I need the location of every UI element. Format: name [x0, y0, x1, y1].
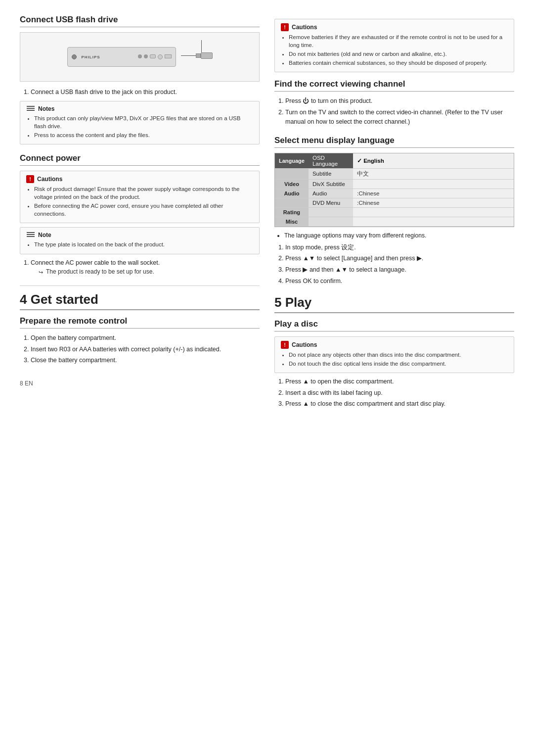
top-caution-2: Do not mix batteries (old and new or car… — [289, 50, 508, 58]
device-brand: PHILIPS — [82, 55, 100, 59]
play-disc-cautions-header: ! Cautions — [281, 341, 508, 349]
device-screen — [150, 54, 156, 58]
play-disc-title: Play a disc — [274, 319, 514, 331]
power-cautions-list: Risk of product damage! Ensure that the … — [26, 185, 253, 218]
top-caution-1: Remove batteries if they are exhausted o… — [289, 33, 508, 49]
remote-step-2: Insert two R03 or AAA batteries with cor… — [31, 345, 260, 354]
usb-illustration: PHILIPS — [20, 32, 260, 82]
right-column: ! Cautions Remove batteries if they are … — [274, 15, 514, 418]
lang-step-1: In stop mode, press 设定. — [285, 243, 514, 252]
menu-sub-empty2 — [309, 217, 353, 227]
menu-row-6: Misc — [275, 217, 514, 227]
connect-power-title: Connect power — [20, 153, 260, 166]
arrow-vertical — [201, 40, 202, 52]
power-note-header: Note — [26, 232, 253, 238]
menu-row-1: Subtitle 中文 — [275, 169, 514, 180]
menu-val-empty2 — [353, 217, 514, 227]
lang-step-4: Press OK to confirm. — [285, 277, 514, 286]
chapter4-title: 4 Get started — [20, 292, 260, 310]
channel-step-2: Turn on the TV and switch to the correct… — [285, 108, 514, 127]
power-note-box: Note The type plate is located on the ba… — [20, 227, 260, 254]
power-caution-1: Risk of product damage! Ensure that the … — [34, 185, 253, 201]
device-body: PHILIPS — [67, 47, 176, 67]
chapter4-section: 4 Get started Prepare the remote control… — [20, 292, 260, 365]
chapter5-section: 5 Play Play a disc ! Cautions Do not pla… — [274, 295, 514, 409]
device-dot — [72, 54, 77, 59]
menu-sub-empty1 — [309, 208, 353, 217]
power-note-1: The type plate is located on the back of… — [34, 240, 253, 248]
remote-step-1: Open the battery compartment. — [31, 333, 260, 343]
usb-drive-group — [181, 52, 213, 59]
play-disc-cautions-list: Do not place any objects other than disc… — [281, 351, 508, 368]
lang-step-3: Press ▶ and then ▲▼ to select a language… — [285, 265, 514, 275]
usb-connector-part — [196, 53, 201, 58]
menu-row-2: Video DivX Subtitle — [275, 180, 514, 189]
menu-sub-dvdmenu: DVD Menu — [309, 198, 353, 208]
page-lang-text: EN — [25, 380, 33, 387]
top-caution-icon: ! — [281, 23, 289, 31]
lang-menu-table: Language OSD Language ✓ English Subtitle… — [274, 153, 514, 227]
connect-power-section: Connect power ! Cautions Risk of product… — [20, 153, 260, 277]
arrow-horiz — [181, 55, 196, 56]
channel-steps: Press ⏻ to turn on this product. Turn on… — [274, 96, 514, 126]
menu-sub-divx: DivX Subtitle — [309, 180, 353, 189]
usb-notes-list: This product can only play/view MP3, Div… — [26, 114, 253, 139]
page-number: 8 — [20, 380, 23, 387]
menu-cat-empty2 — [275, 198, 309, 208]
play-disc-caution-2: Do not touch the disc optical lens insid… — [289, 360, 508, 368]
menu-cat-misc: Misc — [275, 217, 309, 227]
top-caution-3: Batteries contain chemical substances, s… — [289, 59, 508, 67]
power-sub-step: ↪ The product is ready to be set up for … — [39, 267, 260, 277]
find-channel-section: Find the correct viewing channel Press ⏻… — [274, 79, 514, 126]
prepare-remote-section: Prepare the remote control Open the batt… — [20, 316, 260, 365]
chapter5-title: 5 Play — [274, 295, 514, 313]
menu-val-audio-chinese: :Chinese — [353, 189, 514, 198]
top-cautions-header: ! Cautions — [281, 23, 508, 31]
play-disc-step-2: Insert a disc with its label facing up. — [285, 388, 514, 398]
notes-icon — [26, 105, 35, 112]
caution-icon: ! — [26, 175, 34, 183]
connect-usb-section: Connect USB flash drive PHILIPS — [20, 15, 260, 144]
usb-note-1: This product can only play/view MP3, Div… — [34, 114, 253, 130]
arrow-right-icon: ↪ — [39, 268, 43, 277]
top-cautions-box: ! Cautions Remove batteries if they are … — [274, 19, 514, 72]
note-lines-icon — [27, 232, 35, 238]
divider-1 — [20, 285, 260, 286]
page-footer: 8 EN — [20, 380, 260, 387]
power-caution-2: Before connecting the AC power cord, ens… — [34, 202, 253, 218]
lang-note-list: The language options may vary from diffe… — [274, 232, 514, 239]
btn2 — [144, 54, 148, 58]
prepare-remote-title: Prepare the remote control — [20, 316, 260, 329]
select-lang-section: Select menu display language Language OS… — [274, 136, 514, 286]
menu-row-5: Rating — [275, 208, 514, 217]
note-icon — [26, 232, 35, 238]
lang-note-1: The language options may vary from diffe… — [284, 232, 514, 239]
usb-notes-header: Notes — [26, 105, 253, 112]
power-cautions-box: ! Cautions Risk of product damage! Ensur… — [20, 171, 260, 223]
usb-note-2: Press to access the content and play the… — [34, 131, 253, 139]
device-circle — [158, 54, 163, 59]
usb-notes-box: Notes This product can only play/view MP… — [20, 101, 260, 144]
device-rect — [165, 54, 172, 58]
menu-sub-osd: OSD Language — [309, 153, 353, 169]
menu-cat-empty1 — [275, 169, 309, 180]
play-disc-section: Play a disc ! Cautions Do not place any … — [274, 319, 514, 409]
menu-cat-audio: Audio — [275, 189, 309, 198]
top-cautions-list: Remove batteries if they are exhausted o… — [281, 33, 508, 67]
lang-steps: In stop mode, press 设定. Press ▲▼ to sele… — [274, 243, 514, 286]
menu-cat-language: Language — [275, 153, 309, 169]
menu-sub-subtitle: Subtitle — [309, 169, 353, 180]
notes-lines-icon — [27, 106, 35, 112]
power-cautions-header: ! Cautions — [26, 175, 253, 183]
play-disc-steps: Press ▲ to open the disc compartment. In… — [274, 377, 514, 409]
menu-val-dvdmenu-chinese: :Chinese — [353, 198, 514, 208]
device-controls — [138, 54, 172, 59]
lang-step-2: Press ▲▼ to select [Language] and then p… — [285, 254, 514, 263]
menu-cat-rating: Rating — [275, 208, 309, 217]
connect-usb-title: Connect USB flash drive — [20, 15, 260, 27]
menu-val-english: ✓ English — [353, 153, 514, 169]
menu-val-empty1 — [353, 208, 514, 217]
play-disc-caution-1: Do not place any objects other than disc… — [289, 351, 508, 359]
select-lang-title: Select menu display language — [274, 136, 514, 148]
menu-row-4: DVD Menu :Chinese — [275, 198, 514, 208]
